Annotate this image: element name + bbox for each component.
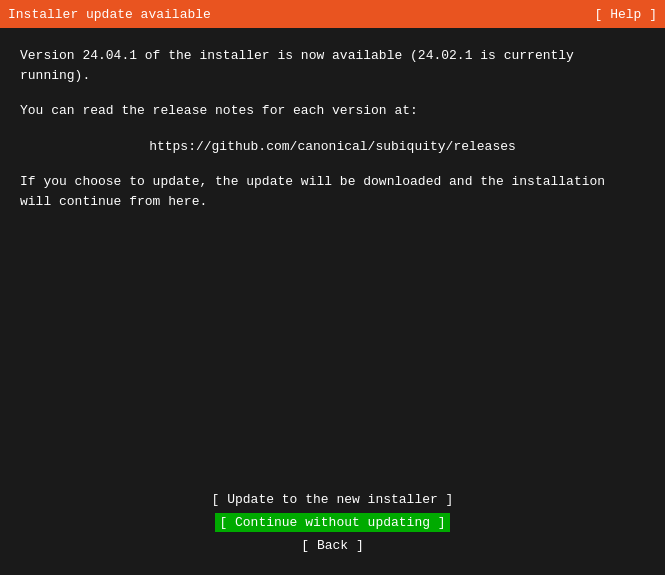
back-button[interactable]: [ Back ] <box>297 536 367 555</box>
content-area: Version 24.04.1 of the installer is now … <box>0 28 665 245</box>
continue-button[interactable]: [ Continue without updating ] <box>215 513 449 532</box>
paragraph1: Version 24.04.1 of the installer is now … <box>20 46 645 85</box>
buttons-area: [ Update to the new installer ] [ Contin… <box>0 490 665 555</box>
title-bar: Installer update available [ Help ] <box>0 0 665 28</box>
help-button[interactable]: [ Help ] <box>595 7 657 22</box>
update-button[interactable]: [ Update to the new installer ] <box>208 490 458 509</box>
url-line[interactable]: https://github.com/canonical/subiquity/r… <box>20 137 645 157</box>
paragraph2: You can read the release notes for each … <box>20 101 645 121</box>
title-text: Installer update available <box>8 7 211 22</box>
paragraph3: If you choose to update, the update will… <box>20 172 645 211</box>
